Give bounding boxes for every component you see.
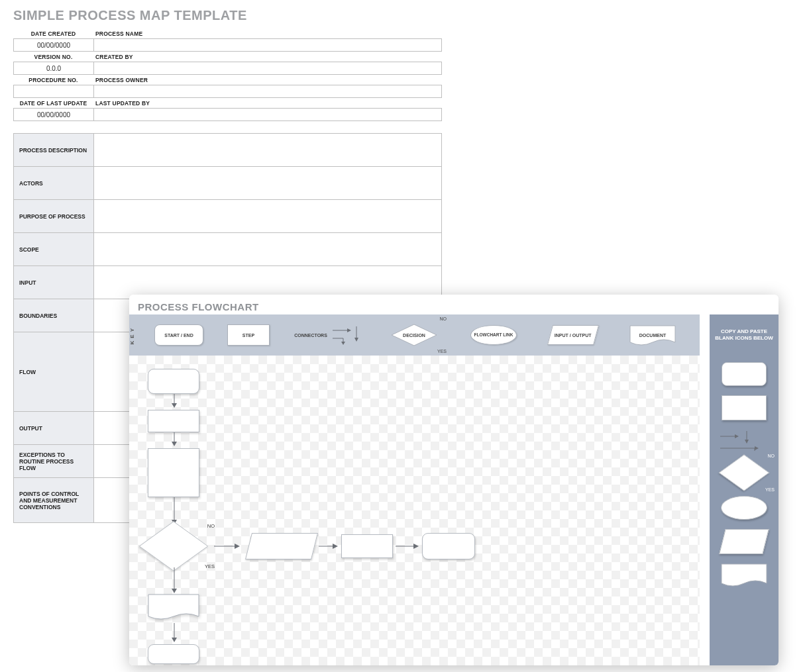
palette-arrows[interactable] [718, 430, 771, 450]
svg-marker-6 [354, 338, 358, 342]
connector-arrows-icon [331, 325, 362, 345]
details-label-9: POINTS OF CONTROL AND MEASUREMENT CONVEN… [14, 478, 94, 523]
details-value-4[interactable] [94, 266, 442, 299]
canvas-arrow-down-4 [171, 567, 178, 594]
meta-label-procedure-no: PROCEDURE NO. [13, 75, 93, 85]
details-label-6: FLOW [14, 332, 94, 412]
canvas-node-process-2[interactable] [148, 448, 199, 497]
page-title: SIMPLE PROCESS MAP TEMPLATE [0, 0, 807, 28]
canvas-decision-yes: YES [205, 563, 215, 569]
palette-document[interactable] [721, 563, 767, 590]
details-label-1: ACTORS [14, 167, 94, 200]
key-shape-process: STEP [227, 324, 270, 346]
svg-marker-18 [172, 442, 177, 446]
svg-marker-28 [172, 589, 177, 593]
svg-marker-14 [755, 446, 759, 450]
meta-input-process-name[interactable] [93, 38, 442, 52]
canvas-arrow-right-2 [319, 543, 339, 550]
meta-label-process-name: PROCESS NAME [93, 28, 442, 38]
copy-paste-bar: COPY AND PASTE BLANK ICONS BELOW NO YES [710, 314, 779, 665]
meta-input-date-created[interactable]: 00/00/0000 [13, 38, 93, 52]
meta-label-date-last-update: DATE OF LAST UPDATE [13, 98, 93, 108]
details-label-2: PURPOSE OF PROCESS [14, 200, 94, 233]
key-shape-document: DOCUMENT [629, 325, 676, 345]
canvas-node-terminator-1[interactable] [148, 369, 199, 394]
meta-label-created-by: CREATED BY [93, 52, 442, 62]
palette-process[interactable] [722, 395, 767, 420]
palette-decision[interactable]: NO YES [718, 459, 771, 487]
svg-marker-22 [235, 544, 240, 549]
svg-marker-16 [172, 403, 177, 408]
meta-input-last-updated-by[interactable] [93, 108, 442, 121]
key-shape-terminator: START / END [154, 324, 203, 346]
canvas-node-terminator-3[interactable] [148, 644, 199, 664]
details-value-1[interactable] [94, 167, 442, 200]
key-label-document: DOCUMENT [639, 333, 666, 338]
palette-parallelogram[interactable] [719, 529, 769, 554]
svg-marker-30 [172, 638, 177, 642]
canvas-decision-no: NO [207, 523, 215, 529]
canvas-node-process-3[interactable] [341, 534, 393, 558]
details-value-2[interactable] [94, 200, 442, 233]
canvas-node-terminator-2[interactable] [422, 533, 475, 559]
meta-label-process-owner: PROCESS OWNER [93, 75, 442, 85]
meta-area: DATE CREATED 00/00/0000 PROCESS NAME VER… [13, 28, 442, 121]
details-value-3[interactable] [94, 233, 442, 266]
key-label-step: STEP [242, 333, 254, 338]
meta-input-process-owner[interactable] [93, 85, 442, 98]
key-label: KEY [129, 326, 142, 344]
palette-ellipse[interactable] [721, 496, 767, 520]
key-label-decision-no: NO [440, 316, 447, 321]
canvas-arrow-right-1 [214, 543, 241, 550]
key-label-connectors: CONNECTORS [294, 333, 327, 338]
svg-marker-1 [347, 328, 351, 332]
flowchart-title: PROCESS FLOWCHART [129, 295, 779, 312]
svg-marker-26 [413, 544, 419, 549]
meta-label-last-updated-by: LAST UPDATED BY [93, 98, 442, 108]
key-bar: KEY START / END STEP CONNECTORS [129, 314, 700, 356]
meta-label-version-no: VERSION NO. [13, 52, 93, 62]
canvas-node-parallelogram[interactable] [245, 533, 318, 559]
canvas-arrow-right-3 [396, 543, 419, 550]
details-label-4: INPUT [14, 266, 94, 299]
details-label-0: PROCESS DESCRIPTION [14, 134, 94, 167]
key-shape-input-output: INPUT / OUTPUT [547, 325, 599, 345]
meta-input-date-last-update[interactable]: 00/00/0000 [13, 108, 93, 121]
meta-input-version-no[interactable]: 0.0.0 [13, 62, 93, 75]
canvas-node-process-1[interactable] [148, 410, 199, 432]
canvas-node-document[interactable] [148, 594, 199, 623]
key-label-flowchart-link: FLOWCHART LINK [474, 332, 513, 337]
palette-decision-yes: YES [765, 487, 775, 492]
flowchart-panel: PROCESS FLOWCHART KEY START / END STEP C… [129, 295, 779, 665]
key-label-start-end: START / END [164, 333, 193, 338]
meta-input-procedure-no[interactable] [13, 85, 93, 98]
key-label-decision: DECISION [403, 333, 425, 338]
key-shape-flowchart-link: FLOWCHART LINK [470, 325, 517, 345]
svg-marker-11 [745, 440, 749, 444]
svg-marker-9 [735, 434, 739, 438]
details-label-8: EXCEPTIONS TO ROUTINE PROCESS FLOW [14, 445, 94, 478]
key-label-decision-yes: YES [437, 349, 447, 354]
palette-decision-no: NO [768, 454, 775, 458]
meta-input-created-by[interactable] [93, 62, 442, 75]
canvas-arrow-down-5 [171, 623, 178, 643]
details-value-0[interactable] [94, 134, 442, 167]
details-label-3: SCOPE [14, 233, 94, 266]
key-label-input-output: INPUT / OUTPUT [555, 333, 592, 338]
flowchart-canvas[interactable]: NO YES [129, 356, 700, 665]
canvas-arrow-2 [171, 432, 178, 447]
canvas-node-decision[interactable]: NO YES [137, 526, 210, 566]
svg-marker-24 [333, 544, 338, 549]
key-shape-decision: DECISION NO YES [391, 324, 437, 346]
svg-marker-4 [341, 342, 345, 345]
palette-terminator[interactable] [722, 362, 767, 386]
copy-paste-header: COPY AND PASTE BLANK ICONS BELOW [710, 314, 779, 356]
details-label-5: BOUNDARIES [14, 299, 94, 332]
canvas-arrow-1 [171, 394, 178, 408]
meta-label-date-created: DATE CREATED [13, 28, 93, 38]
canvas-arrow-3 [171, 497, 178, 525]
details-label-7: OUTPUT [14, 412, 94, 445]
